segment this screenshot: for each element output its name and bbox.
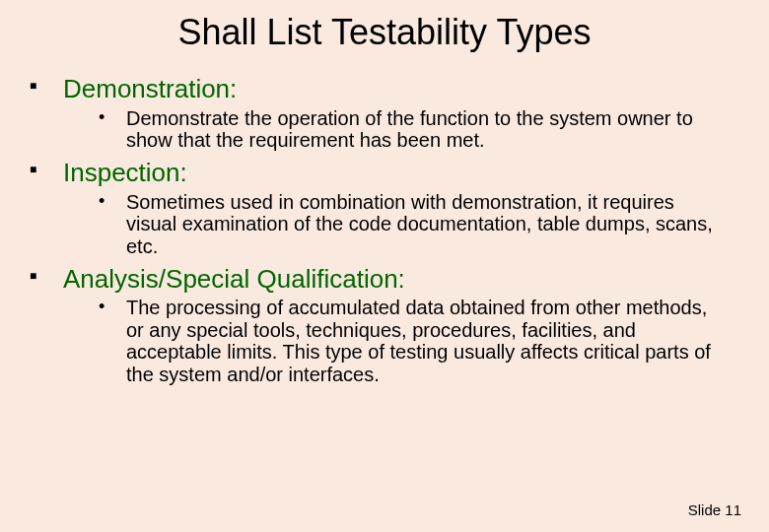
section-heading: Analysis/Special Qualification: bbox=[63, 263, 747, 296]
slide: Shall List Testability Types Demonstrati… bbox=[0, 0, 769, 532]
section-sublist: Demonstrate the operation of the functio… bbox=[93, 107, 728, 152]
section-body: The processing of accumulated data obtai… bbox=[93, 297, 728, 385]
slide-number: Slide 11 bbox=[688, 501, 741, 518]
section-sublist: Sometimes used in combination with demon… bbox=[93, 191, 728, 257]
section-body: Demonstrate the operation of the functio… bbox=[93, 107, 728, 152]
section-heading: Inspection: bbox=[63, 157, 747, 189]
section-analysis: Analysis/Special Qualification: The proc… bbox=[26, 263, 747, 385]
section-sublist: The processing of accumulated data obtai… bbox=[93, 297, 728, 385]
slide-title: Shall List Testability Types bbox=[22, 12, 747, 53]
content-list: Demonstration: Demonstrate the operation… bbox=[26, 73, 747, 385]
section-inspection: Inspection: Sometimes used in combinatio… bbox=[26, 157, 747, 257]
section-body: Sometimes used in combination with demon… bbox=[93, 191, 728, 257]
section-heading: Demonstration: bbox=[63, 73, 747, 105]
section-demonstration: Demonstration: Demonstrate the operation… bbox=[26, 73, 747, 151]
